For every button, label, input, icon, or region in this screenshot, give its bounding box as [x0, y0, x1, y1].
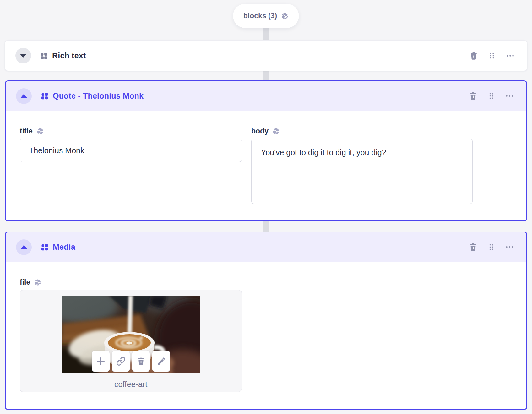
field-label-file: file [20, 278, 512, 286]
link-icon [116, 357, 126, 366]
trash-icon [469, 91, 478, 101]
block-title: Media [53, 242, 75, 252]
globe-icon [36, 128, 44, 135]
plus-icon [96, 356, 106, 366]
more-options-button[interactable] [506, 51, 515, 60]
globe-icon [272, 128, 280, 135]
remove-file-button[interactable] [132, 351, 150, 372]
collapse-toggle-button[interactable] [15, 48, 31, 63]
field-label-body: body [251, 127, 473, 135]
drag-handle-icon [487, 243, 495, 251]
body-field-group: body You've got to dig it to dig it, you… [251, 127, 473, 205]
pencil-icon [156, 357, 166, 366]
more-options-button[interactable] [505, 242, 514, 252]
collapse-toggle-button[interactable] [16, 239, 32, 255]
blocks-field-pill: blocks (3) [233, 4, 299, 28]
trash-icon [137, 357, 145, 366]
delete-block-button[interactable] [469, 91, 478, 101]
ellipsis-icon [505, 91, 514, 101]
trash-icon [469, 242, 478, 252]
delete-block-button[interactable] [469, 51, 478, 60]
drag-handle[interactable] [488, 52, 496, 60]
blocks-icon [40, 52, 48, 60]
chevron-down-icon [20, 54, 27, 58]
ellipsis-icon [506, 51, 515, 60]
blocks-icon [40, 92, 49, 100]
file-name: coffee-art [114, 380, 147, 389]
block-row-media: Media file [5, 232, 527, 410]
block-title: Rich text [52, 51, 86, 60]
delete-block-button[interactable] [469, 242, 478, 252]
drag-handle-icon [487, 92, 495, 100]
edit-file-button[interactable] [152, 351, 170, 372]
block-row-quote: Quote - Thelonius Monk title [5, 80, 527, 221]
title-input[interactable] [20, 139, 242, 162]
body-textarea[interactable]: You've got to dig it to dig it, you dig? [251, 139, 473, 204]
block-title: Quote - Thelonius Monk [53, 91, 144, 101]
file-upload-card: coffee-art [20, 290, 242, 392]
block-actions [469, 91, 514, 101]
drag-handle-icon [488, 52, 496, 60]
block-row-rich-text: Rich text [5, 40, 527, 71]
file-thumbnail[interactable] [62, 296, 200, 373]
trash-icon [469, 51, 478, 60]
blocks-field-label: blocks (3) [243, 12, 277, 20]
link-file-button[interactable] [112, 351, 130, 372]
more-options-button[interactable] [505, 91, 514, 101]
chevron-up-icon [20, 245, 27, 249]
file-action-buttons [92, 351, 170, 372]
add-file-button[interactable] [92, 351, 110, 372]
title-field-group: title [20, 127, 242, 205]
block-fields: file [6, 262, 526, 392]
globe-icon [34, 279, 41, 286]
drag-handle[interactable] [487, 243, 495, 251]
globe-icon [281, 12, 289, 20]
block-header: Media [6, 232, 526, 262]
collapse-toggle-button[interactable] [16, 88, 32, 104]
block-actions [469, 242, 514, 252]
blocks-icon [40, 243, 49, 251]
block-header: Quote - Thelonius Monk [6, 81, 526, 111]
block-header: Rich text [5, 41, 527, 71]
block-actions [469, 51, 515, 60]
field-label-title: title [20, 127, 242, 135]
block-fields: title body You've got to dig it to dig i… [6, 111, 526, 205]
blocks-editor: blocks (3) Rich text [0, 0, 532, 414]
chevron-up-icon [20, 94, 27, 98]
ellipsis-icon [505, 242, 514, 252]
drag-handle[interactable] [487, 92, 495, 100]
